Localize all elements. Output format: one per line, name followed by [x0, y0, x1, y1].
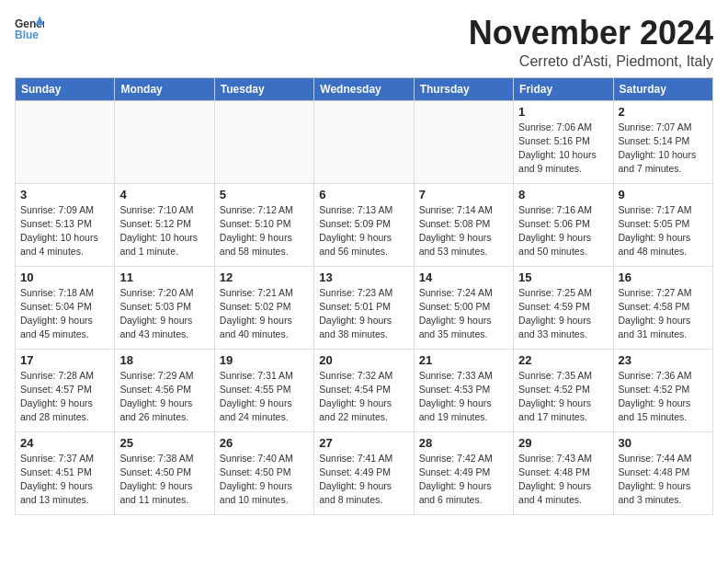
- day-number: 7: [419, 188, 508, 201]
- calendar-cell: 20Sunrise: 7:32 AM Sunset: 4:54 PM Dayli…: [314, 349, 414, 431]
- day-info: Sunrise: 7:42 AM Sunset: 4:49 PM Dayligh…: [419, 452, 508, 508]
- day-info: Sunrise: 7:24 AM Sunset: 5:00 PM Dayligh…: [419, 286, 508, 342]
- calendar-cell: 1Sunrise: 7:06 AM Sunset: 5:16 PM Daylig…: [514, 100, 613, 183]
- title-block: November 2024 Cerreto d'Asti, Piedmont, …: [469, 15, 713, 70]
- day-number: 28: [419, 436, 508, 450]
- page-header: General Blue November 2024 Cerreto d'Ast…: [15, 15, 713, 70]
- day-info: Sunrise: 7:32 AM Sunset: 4:54 PM Dayligh…: [319, 369, 408, 425]
- calendar-cell: 13Sunrise: 7:23 AM Sunset: 5:01 PM Dayli…: [314, 266, 414, 349]
- location-subtitle: Cerreto d'Asti, Piedmont, Italy: [469, 53, 713, 70]
- calendar-cell: 5Sunrise: 7:12 AM Sunset: 5:10 PM Daylig…: [214, 183, 313, 266]
- day-info: Sunrise: 7:20 AM Sunset: 5:03 PM Dayligh…: [119, 286, 209, 342]
- day-info: Sunrise: 7:17 AM Sunset: 5:05 PM Dayligh…: [619, 203, 708, 259]
- calendar-cell: 4Sunrise: 7:10 AM Sunset: 5:12 PM Daylig…: [115, 183, 214, 266]
- logo: General Blue: [15, 15, 44, 44]
- day-number: 25: [119, 436, 209, 450]
- day-info: Sunrise: 7:14 AM Sunset: 5:08 PM Dayligh…: [419, 203, 508, 259]
- day-info: Sunrise: 7:44 AM Sunset: 4:48 PM Dayligh…: [619, 452, 708, 508]
- day-number: 20: [319, 353, 408, 367]
- day-number: 12: [220, 270, 309, 284]
- calendar-cell: [214, 100, 313, 183]
- day-info: Sunrise: 7:09 AM Sunset: 5:13 PM Dayligh…: [20, 203, 109, 259]
- weekday-header-row: SundayMondayTuesdayWednesdayThursdayFrid…: [16, 77, 713, 100]
- week-row-2: 3Sunrise: 7:09 AM Sunset: 5:13 PM Daylig…: [16, 183, 713, 266]
- day-number: 16: [619, 270, 708, 284]
- calendar-cell: 30Sunrise: 7:44 AM Sunset: 4:48 PM Dayli…: [613, 431, 712, 514]
- calendar-cell: 15Sunrise: 7:25 AM Sunset: 4:59 PM Dayli…: [514, 266, 613, 349]
- week-row-4: 17Sunrise: 7:28 AM Sunset: 4:57 PM Dayli…: [16, 349, 713, 431]
- day-info: Sunrise: 7:07 AM Sunset: 5:14 PM Dayligh…: [619, 121, 708, 177]
- calendar-cell: 16Sunrise: 7:27 AM Sunset: 4:58 PM Dayli…: [613, 266, 712, 349]
- week-row-3: 10Sunrise: 7:18 AM Sunset: 5:04 PM Dayli…: [16, 266, 713, 349]
- weekday-header-saturday: Saturday: [613, 77, 712, 100]
- day-info: Sunrise: 7:40 AM Sunset: 4:50 PM Dayligh…: [220, 452, 309, 508]
- day-number: 2: [619, 105, 708, 119]
- day-number: 18: [119, 353, 209, 367]
- day-number: 4: [119, 188, 209, 201]
- logo-icon: General Blue: [15, 15, 44, 44]
- calendar-cell: [115, 100, 214, 183]
- calendar-cell: 18Sunrise: 7:29 AM Sunset: 4:56 PM Dayli…: [115, 349, 214, 431]
- calendar-cell: 6Sunrise: 7:13 AM Sunset: 5:09 PM Daylig…: [314, 183, 414, 266]
- day-info: Sunrise: 7:12 AM Sunset: 5:10 PM Dayligh…: [220, 203, 309, 259]
- day-number: 8: [518, 188, 608, 201]
- calendar-cell: 14Sunrise: 7:24 AM Sunset: 5:00 PM Dayli…: [414, 266, 513, 349]
- day-number: 30: [619, 436, 708, 450]
- day-info: Sunrise: 7:10 AM Sunset: 5:12 PM Dayligh…: [119, 203, 209, 259]
- day-number: 27: [319, 436, 408, 450]
- day-info: Sunrise: 7:25 AM Sunset: 4:59 PM Dayligh…: [518, 286, 608, 342]
- calendar-cell: 24Sunrise: 7:37 AM Sunset: 4:51 PM Dayli…: [16, 431, 115, 514]
- calendar-cell: [314, 100, 414, 183]
- day-info: Sunrise: 7:18 AM Sunset: 5:04 PM Dayligh…: [20, 286, 109, 342]
- day-number: 14: [419, 270, 508, 284]
- day-info: Sunrise: 7:13 AM Sunset: 5:09 PM Dayligh…: [319, 203, 408, 259]
- calendar-cell: 17Sunrise: 7:28 AM Sunset: 4:57 PM Dayli…: [16, 349, 115, 431]
- calendar-cell: 28Sunrise: 7:42 AM Sunset: 4:49 PM Dayli…: [414, 431, 513, 514]
- month-year-title: November 2024: [469, 15, 713, 52]
- day-number: 17: [20, 353, 109, 367]
- calendar-cell: 3Sunrise: 7:09 AM Sunset: 5:13 PM Daylig…: [16, 183, 115, 266]
- day-info: Sunrise: 7:35 AM Sunset: 4:52 PM Dayligh…: [518, 369, 608, 425]
- day-number: 3: [20, 188, 109, 201]
- calendar-cell: 12Sunrise: 7:21 AM Sunset: 5:02 PM Dayli…: [214, 266, 313, 349]
- calendar-cell: [16, 100, 115, 183]
- day-number: 1: [518, 105, 608, 119]
- calendar-cell: 11Sunrise: 7:20 AM Sunset: 5:03 PM Dayli…: [115, 266, 214, 349]
- day-info: Sunrise: 7:43 AM Sunset: 4:48 PM Dayligh…: [518, 452, 608, 508]
- weekday-header-monday: Monday: [115, 77, 214, 100]
- day-number: 21: [419, 353, 508, 367]
- day-info: Sunrise: 7:28 AM Sunset: 4:57 PM Dayligh…: [20, 369, 109, 425]
- calendar-cell: 9Sunrise: 7:17 AM Sunset: 5:05 PM Daylig…: [613, 183, 712, 266]
- weekday-header-wednesday: Wednesday: [314, 77, 414, 100]
- calendar-cell: 19Sunrise: 7:31 AM Sunset: 4:55 PM Dayli…: [214, 349, 313, 431]
- calendar-cell: 27Sunrise: 7:41 AM Sunset: 4:49 PM Dayli…: [314, 431, 414, 514]
- day-number: 29: [518, 436, 608, 450]
- day-info: Sunrise: 7:38 AM Sunset: 4:50 PM Dayligh…: [119, 452, 209, 508]
- weekday-header-friday: Friday: [514, 77, 613, 100]
- calendar-cell: 8Sunrise: 7:16 AM Sunset: 5:06 PM Daylig…: [514, 183, 613, 266]
- calendar-cell: [414, 100, 513, 183]
- day-number: 24: [20, 436, 109, 450]
- weekday-header-tuesday: Tuesday: [214, 77, 313, 100]
- week-row-1: 1Sunrise: 7:06 AM Sunset: 5:16 PM Daylig…: [16, 100, 713, 183]
- calendar-cell: 25Sunrise: 7:38 AM Sunset: 4:50 PM Dayli…: [115, 431, 214, 514]
- calendar-cell: 29Sunrise: 7:43 AM Sunset: 4:48 PM Dayli…: [514, 431, 613, 514]
- day-info: Sunrise: 7:33 AM Sunset: 4:53 PM Dayligh…: [419, 369, 508, 425]
- week-row-5: 24Sunrise: 7:37 AM Sunset: 4:51 PM Dayli…: [16, 431, 713, 514]
- day-info: Sunrise: 7:31 AM Sunset: 4:55 PM Dayligh…: [220, 369, 309, 425]
- weekday-header-sunday: Sunday: [16, 77, 115, 100]
- weekday-header-thursday: Thursday: [414, 77, 513, 100]
- day-info: Sunrise: 7:16 AM Sunset: 5:06 PM Dayligh…: [518, 203, 608, 259]
- day-number: 26: [220, 436, 309, 450]
- day-number: 6: [319, 188, 408, 201]
- calendar-cell: 22Sunrise: 7:35 AM Sunset: 4:52 PM Dayli…: [514, 349, 613, 431]
- calendar-cell: 7Sunrise: 7:14 AM Sunset: 5:08 PM Daylig…: [414, 183, 513, 266]
- day-info: Sunrise: 7:29 AM Sunset: 4:56 PM Dayligh…: [119, 369, 209, 425]
- day-number: 5: [220, 188, 309, 201]
- day-number: 10: [20, 270, 109, 284]
- day-info: Sunrise: 7:36 AM Sunset: 4:52 PM Dayligh…: [619, 369, 708, 425]
- day-info: Sunrise: 7:41 AM Sunset: 4:49 PM Dayligh…: [319, 452, 408, 508]
- day-info: Sunrise: 7:37 AM Sunset: 4:51 PM Dayligh…: [20, 452, 109, 508]
- day-number: 13: [319, 270, 408, 284]
- calendar-cell: 2Sunrise: 7:07 AM Sunset: 5:14 PM Daylig…: [613, 100, 712, 183]
